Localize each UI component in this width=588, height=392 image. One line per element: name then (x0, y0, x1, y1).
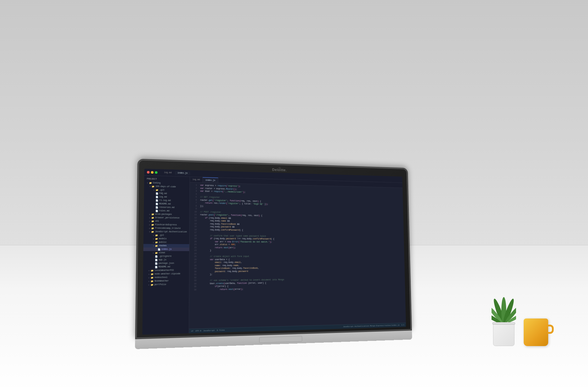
titlebar-tab-logmd[interactable]: log.md (161, 171, 174, 175)
sidebar-item-routes[interactable]: ▾ 📁 routes (143, 244, 189, 248)
editor-tab-indexjs[interactable]: index.js (203, 177, 218, 183)
sidebar-item-appjs[interactable]: 📄 app.js (143, 258, 189, 262)
brand-label: Deloitte. (272, 168, 287, 172)
sidebar-item-gitignore[interactable]: 📄 .gitignore (143, 254, 189, 258)
sidebar-item-views[interactable]: ▸ 📁 views (143, 251, 189, 255)
status-files: 0 files (217, 329, 225, 331)
titlebar-tabs: log.md index.js (161, 171, 190, 175)
status-encoding: LF (191, 330, 194, 332)
maximize-button-dot[interactable] (155, 171, 158, 174)
status-path: JavaScript-Authentication-Mongo-Express/… (343, 324, 400, 328)
status-charset: UTF-8 (195, 330, 201, 332)
ide-sidebar: Project ▾ 📁 Coding ▾ 📁 100-days-of-code (142, 175, 190, 334)
mug-handle (548, 325, 554, 334)
plant (493, 323, 514, 346)
laptop-screen-lid: Deloitte. log.md index.js (135, 159, 412, 339)
screen-bezel: log.md index.js Project ▾ 📁 Coding (142, 169, 406, 335)
line-numbers: 1234 5678 9101112 13141516 17181920 2122… (189, 184, 199, 327)
ide-editor: log.md index.js 1234 5678 9101112 131415… (189, 177, 406, 334)
sidebar-item-readme2[interactable]: 📄 README.md (143, 265, 189, 269)
code-line-23: } (200, 249, 403, 252)
sidebar-item-packagejson[interactable]: 📄 package.json (143, 262, 189, 265)
code-line-22: return next(err); (200, 246, 403, 250)
code-content[interactable]: var express = require('express'); var ro… (198, 184, 406, 327)
sidebar-item-git2[interactable]: ▸ 📁 .git (144, 233, 190, 237)
close-button-dot[interactable] (147, 171, 150, 173)
plant-pot-rim (492, 322, 515, 325)
ide-body: Project ▾ 📁 Coding ▾ 📁 100-days-of-code (142, 175, 406, 334)
minimize-button-dot[interactable] (151, 171, 154, 173)
ide-container: log.md index.js Project ▾ 📁 Coding (142, 169, 406, 335)
sidebar-item-public[interactable]: ▸ 📁 public (143, 240, 189, 244)
laptop: Deloitte. log.md index.js (135, 159, 412, 349)
sidebar-item-indexjs[interactable]: 📄 index.js (143, 247, 189, 251)
plant-pot (493, 323, 514, 346)
sidebar-item-models[interactable]: ▸ 📁 models (143, 237, 189, 241)
code-area[interactable]: 1234 5678 9101112 13141516 17181920 2122… (189, 183, 406, 329)
yellow-mug (524, 318, 548, 346)
titlebar-tab-indexjs[interactable]: index.js (175, 171, 190, 175)
status-language: JavaScript (203, 329, 215, 332)
editor-tab-logmd[interactable]: log.md (190, 177, 203, 183)
laptop-trackpad[interactable] (259, 336, 302, 343)
status-position: 1:1 (401, 324, 404, 326)
sidebar-item-portfolio[interactable]: ▸ 📁 portfolio (143, 283, 189, 287)
plant-leaves (492, 296, 516, 326)
